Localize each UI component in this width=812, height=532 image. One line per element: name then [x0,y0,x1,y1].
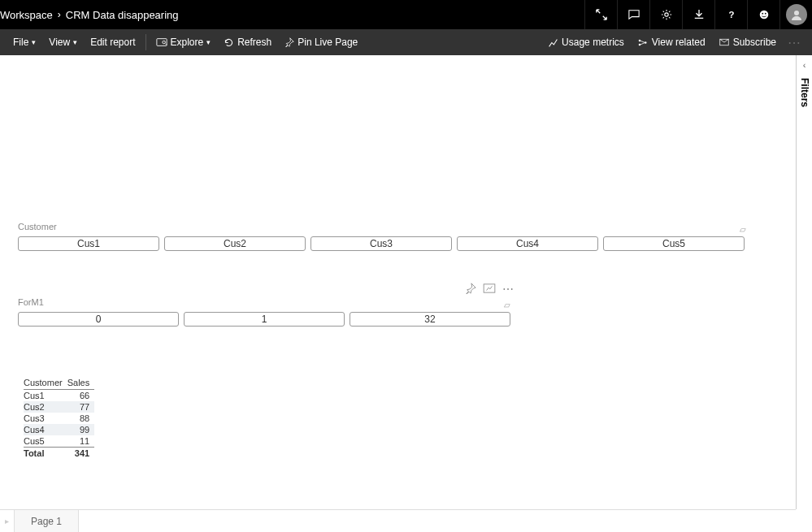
slicer-form1-title: ForM1 [18,297,514,307]
help-icon[interactable]: ? [714,0,747,29]
expand-filters-button[interactable]: ‹ [797,55,812,75]
svg-point-7 [162,41,165,44]
more-options-icon[interactable]: ⋯ [502,283,514,296]
smiley-icon[interactable] [747,0,779,29]
slicer-form1-option[interactable]: 0 [18,312,179,327]
pin-icon[interactable] [465,283,476,296]
cell-sales: 66 [67,390,95,402]
breadcrumb: Workspace › CRM Data disappearing [0,9,179,21]
account-avatar[interactable] [779,0,812,29]
top-icon-bar: ? [584,0,812,29]
download-icon[interactable] [682,0,714,29]
breadcrumb-workspace[interactable]: Workspace [0,9,53,21]
table-total-row: Total341 [24,448,94,460]
chevron-right-icon: › [58,9,61,20]
edit-report-button[interactable]: Edit report [84,29,141,55]
related-icon [637,37,649,48]
eraser-icon[interactable]: ▱ [504,301,510,309]
fullscreen-icon[interactable] [584,0,617,29]
pin-icon [284,37,294,47]
cell-sales: 77 [67,401,95,413]
cell-sales: 99 [67,424,95,435]
table-visual[interactable]: Customer Sales Cus166 Cus277 Cus388 Cus4… [24,376,94,459]
svg-point-4 [764,13,766,15]
view-related-button[interactable]: View related [631,29,712,55]
slicer-customer-option[interactable]: Cus3 [310,236,452,251]
svg-point-0 [664,13,667,16]
eraser-icon[interactable]: ▱ [740,225,746,234]
refresh-button[interactable]: Refresh [217,29,278,55]
subscribe-button[interactable]: Subscribe [712,29,783,55]
table-row[interactable]: Cus388 [24,413,94,424]
gear-icon[interactable] [649,0,682,29]
file-menu-label: File [13,37,28,48]
view-menu[interactable]: View▾ [42,29,84,55]
mail-icon [719,37,730,47]
cell-customer: Cus2 [24,401,67,413]
slicer-form1[interactable]: ForM1 ▱ 0 1 32 [18,297,514,327]
table-row[interactable]: Cus166 [24,390,94,402]
explore-label: Explore [171,37,204,48]
refresh-label: Refresh [237,37,271,48]
file-menu[interactable]: File▾ [7,29,42,55]
slicer-customer-option[interactable]: Cus5 [603,236,745,251]
slicer-customer-title: Customer [18,222,749,231]
cell-customer: Cus3 [24,413,67,424]
table-header-customer[interactable]: Customer [24,376,67,390]
page-tab[interactable]: Page 1 [15,510,79,532]
table-header-sales[interactable]: Sales [67,376,95,390]
cell-sales: 11 [67,435,95,448]
table-row[interactable]: Cus277 [24,401,94,413]
filters-pane-label[interactable]: Filters [799,78,810,107]
cell-customer: Cus1 [24,390,67,402]
command-bar: File▾ View▾ Edit report Explore▾ Refresh… [0,29,812,55]
edit-report-label: Edit report [90,37,135,48]
cell-customer: Cus5 [24,435,67,448]
svg-point-2 [759,11,768,19]
slicer-form1-option[interactable]: 32 [350,312,510,327]
refresh-icon [224,37,234,48]
report-canvas: Customer ▱ Cus1 Cus2 Cus3 Cus4 Cus5 ⋯ Fo… [0,55,796,509]
toolbar-separator [145,34,146,50]
slicer-customer-option[interactable]: Cus1 [18,236,159,251]
explore-icon [156,37,167,48]
explore-menu[interactable]: Explore▾ [150,29,218,55]
pin-label: Pin Live Page [297,37,358,48]
page-nav-prev[interactable]: ▸ [0,510,15,532]
svg-text:?: ? [728,10,734,19]
table-row[interactable]: Cus511 [24,435,94,448]
visual-action-bar: ⋯ [465,283,514,296]
chevron-down-icon: ▾ [32,38,36,46]
svg-point-5 [794,11,799,15]
metrics-icon [548,37,558,48]
filters-pane-collapsed: ‹ Filters [796,55,812,509]
cell-customer: Cus4 [24,424,67,435]
cell-sales: 88 [67,413,95,424]
slicer-form1-option[interactable]: 1 [184,312,345,327]
more-options-icon[interactable]: ⋯ [783,35,805,50]
usage-metrics-label: Usage metrics [562,37,624,48]
comments-icon[interactable] [617,0,649,29]
total-value: 341 [67,448,95,460]
view-related-label: View related [652,37,706,48]
total-label: Total [24,448,67,460]
svg-point-3 [762,13,763,15]
chevron-down-icon: ▾ [73,38,77,46]
slicer-customer-option[interactable]: Cus2 [164,236,306,251]
focus-mode-icon[interactable] [483,283,496,296]
top-app-bar: Workspace › CRM Data disappearing ? [0,0,812,29]
chevron-down-icon: ▾ [206,38,211,46]
subscribe-label: Subscribe [733,37,776,48]
slicer-customer[interactable]: Customer ▱ Cus1 Cus2 Cus3 Cus4 Cus5 [18,222,749,251]
view-menu-label: View [49,37,70,48]
table-row[interactable]: Cus499 [24,424,94,435]
page-tab-bar: ▸ Page 1 [0,509,796,532]
slicer-customer-option[interactable]: Cus4 [457,236,598,251]
pin-live-page-button[interactable]: Pin Live Page [278,29,364,55]
breadcrumb-report[interactable]: CRM Data disappearing [66,9,179,21]
chevron-left-icon: ‹ [803,60,806,70]
usage-metrics-button[interactable]: Usage metrics [541,29,631,55]
